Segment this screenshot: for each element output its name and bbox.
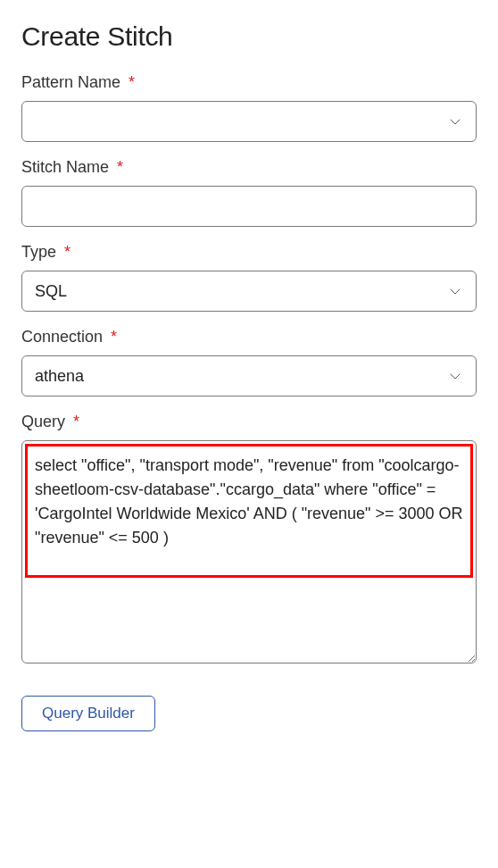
required-asterisk: * [129, 73, 135, 91]
field-pattern-name: Pattern Name * [21, 73, 477, 142]
field-stitch-name: Stitch Name * [21, 158, 477, 227]
query-builder-button[interactable]: Query Builder [21, 696, 155, 731]
required-asterisk: * [111, 328, 117, 346]
pattern-name-label: Pattern Name * [21, 73, 477, 92]
label-text: Pattern Name [21, 73, 120, 91]
connection-label: Connection * [21, 328, 477, 346]
connection-value: athena [35, 367, 447, 386]
field-connection: Connection * athena [21, 328, 477, 396]
required-asterisk: * [73, 413, 79, 430]
required-asterisk: * [117, 158, 123, 176]
pattern-name-select[interactable] [21, 101, 477, 142]
field-type: Type * SQL [21, 243, 477, 312]
label-text: Type [21, 243, 56, 261]
query-textarea[interactable] [21, 440, 477, 664]
chevron-down-icon [447, 113, 463, 129]
chevron-down-icon [447, 368, 463, 384]
required-asterisk: * [64, 243, 71, 261]
type-value: SQL [35, 282, 447, 301]
type-label: Type * [21, 243, 477, 262]
stitch-name-input[interactable] [21, 186, 477, 227]
page-title: Create Stitch [21, 21, 477, 52]
chevron-down-icon [447, 283, 463, 299]
connection-select[interactable]: athena [21, 355, 477, 396]
label-text: Stitch Name [21, 158, 109, 176]
label-text: Query [21, 413, 65, 430]
field-query: Query * [21, 413, 477, 664]
stitch-name-label: Stitch Name * [21, 158, 477, 177]
label-text: Connection [21, 328, 103, 346]
type-select[interactable]: SQL [21, 271, 477, 312]
query-label: Query * [21, 413, 477, 431]
